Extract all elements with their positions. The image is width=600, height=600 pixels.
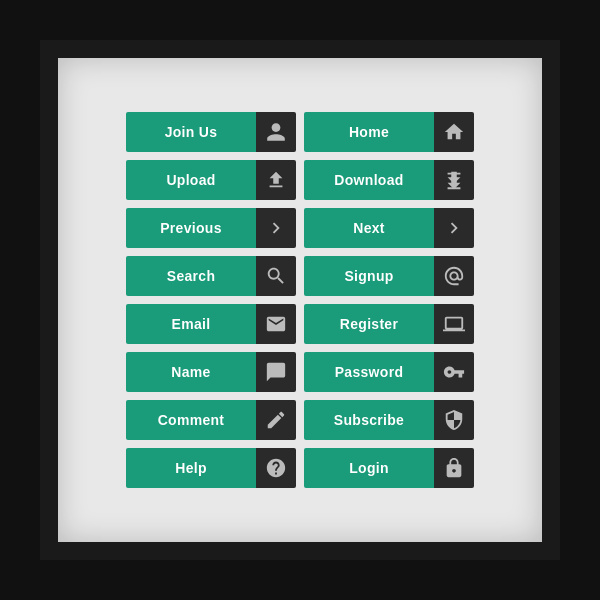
password-button[interactable]: Password (304, 352, 474, 392)
search-label: Search (126, 256, 256, 296)
download-button[interactable]: Download (304, 160, 474, 200)
main-frame: Join Us Home Upload Download P (40, 40, 560, 560)
name-label: Name (126, 352, 256, 392)
home-button[interactable]: Home (304, 112, 474, 152)
help-label: Help (126, 448, 256, 488)
button-grid: Join Us Home Upload Download P (116, 102, 484, 498)
email-button[interactable]: Email (126, 304, 296, 344)
edit-icon (256, 400, 296, 440)
email-label: Email (126, 304, 256, 344)
search-icon (256, 256, 296, 296)
home-icon (434, 112, 474, 152)
download-label: Download (304, 160, 434, 200)
key-icon (434, 352, 474, 392)
comment-label: Comment (126, 400, 256, 440)
chevron-right-icon (256, 208, 296, 248)
email-icon (256, 304, 296, 344)
join-us-label: Join Us (126, 112, 256, 152)
help-icon (256, 448, 296, 488)
subscribe-button[interactable]: Subscribe (304, 400, 474, 440)
home-label: Home (304, 112, 434, 152)
person-icon (256, 112, 296, 152)
signup-label: Signup (304, 256, 434, 296)
help-button[interactable]: Help (126, 448, 296, 488)
upload-icon (256, 160, 296, 200)
lock-icon (434, 448, 474, 488)
upload-button[interactable]: Upload (126, 160, 296, 200)
laptop-icon (434, 304, 474, 344)
password-label: Password (304, 352, 434, 392)
search-button[interactable]: Search (126, 256, 296, 296)
login-label: Login (304, 448, 434, 488)
subscribe-label: Subscribe (304, 400, 434, 440)
next-button[interactable]: Next (304, 208, 474, 248)
comment-icon (256, 352, 296, 392)
download-icon (434, 160, 474, 200)
register-label: Register (304, 304, 434, 344)
previous-button[interactable]: Previous (126, 208, 296, 248)
next-chevron-icon (434, 208, 474, 248)
name-button[interactable]: Name (126, 352, 296, 392)
next-label: Next (304, 208, 434, 248)
upload-label: Upload (126, 160, 256, 200)
comment-button[interactable]: Comment (126, 400, 296, 440)
login-button[interactable]: Login (304, 448, 474, 488)
register-button[interactable]: Register (304, 304, 474, 344)
previous-label: Previous (126, 208, 256, 248)
join-us-button[interactable]: Join Us (126, 112, 296, 152)
at-icon (434, 256, 474, 296)
subscribe-icon (434, 400, 474, 440)
signup-button[interactable]: Signup (304, 256, 474, 296)
